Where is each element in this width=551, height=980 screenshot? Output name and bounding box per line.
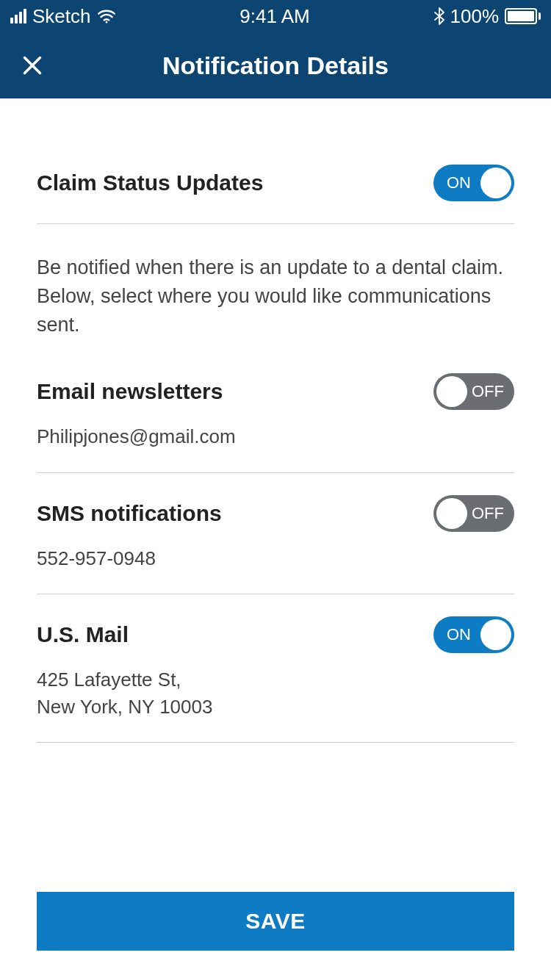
svg-point-0 — [105, 21, 107, 24]
email-title: Email newsletters — [37, 379, 223, 404]
battery-percent: 100% — [450, 5, 500, 28]
mail-title: U.S. Mail — [37, 622, 129, 647]
mail-section: U.S. Mail ON 425 Lafayette St, New York,… — [37, 594, 514, 743]
bluetooth-icon — [434, 7, 444, 25]
mail-value: 425 Lafayette St, New York, NY 10003 — [37, 666, 514, 720]
sms-section: SMS notifications OFF 552-957-0948 — [37, 473, 514, 594]
claim-status-toggle[interactable]: ON — [433, 165, 514, 201]
mail-toggle[interactable]: ON — [433, 616, 514, 653]
claim-status-section: Claim Status Updates ON — [37, 135, 514, 224]
status-time: 9:41 AM — [240, 5, 309, 28]
email-section: Email newsletters OFF Philipjones@gmail.… — [37, 351, 514, 472]
toggle-label: OFF — [472, 504, 504, 523]
toggle-label: OFF — [472, 382, 504, 401]
content-area: Claim Status Updates ON Be notified when… — [0, 98, 551, 870]
sms-title: SMS notifications — [37, 501, 222, 526]
toggle-knob — [436, 498, 467, 529]
wifi-icon — [97, 9, 116, 24]
status-right: 100% — [434, 5, 541, 28]
footer: SAVE — [0, 870, 551, 980]
section-description: Be notified when there is an update to a… — [37, 253, 514, 339]
carrier-label: Sketch — [32, 5, 91, 28]
sms-toggle[interactable]: OFF — [433, 495, 514, 532]
sms-value: 552-957-0948 — [37, 545, 514, 572]
toggle-knob — [436, 376, 467, 407]
toggle-label: ON — [447, 625, 471, 644]
battery-icon — [505, 8, 541, 24]
save-button[interactable]: SAVE — [37, 892, 514, 951]
close-button[interactable] — [22, 55, 43, 76]
signal-icon — [10, 9, 26, 24]
page-title: Notification Details — [162, 51, 389, 80]
toggle-label: ON — [447, 173, 471, 192]
status-left: Sketch — [10, 5, 116, 28]
status-bar: Sketch 9:41 AM 100% — [0, 0, 551, 32]
claim-status-title: Claim Status Updates — [37, 170, 263, 195]
toggle-knob — [480, 167, 511, 198]
email-value: Philipjones@gmail.com — [37, 423, 514, 450]
nav-bar: Notification Details — [0, 32, 551, 98]
toggle-knob — [480, 619, 511, 650]
email-toggle[interactable]: OFF — [433, 373, 514, 410]
